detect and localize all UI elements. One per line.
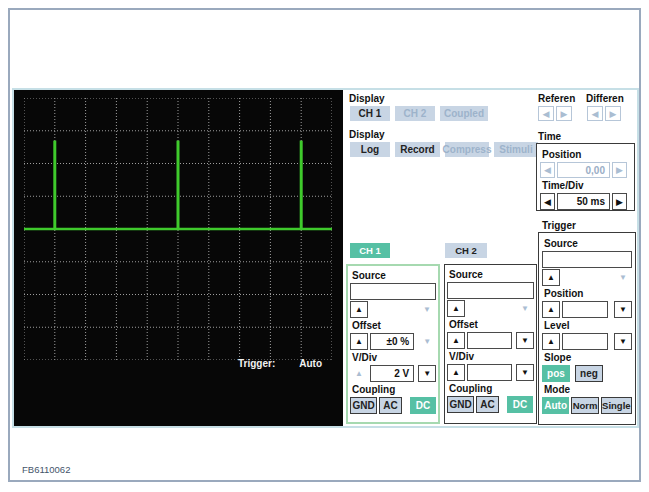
ch1-offset-label: Offset (352, 320, 436, 331)
display-coupled-button[interactable]: Coupled (440, 106, 488, 121)
trigger-level-field[interactable] (562, 333, 608, 350)
trigger-box: Source ▲ ▼ Position ▲ ▼ Level ▲ ▼ (538, 232, 636, 425)
ch2-offset-row: ▲ ▼ (447, 332, 534, 349)
up-arrow-icon: ▲ (355, 369, 363, 378)
trigger-status-value: Auto (299, 358, 322, 369)
trigger-position-label: Position (544, 288, 632, 299)
ch1-vdiv-up-button[interactable]: ▲ (350, 365, 368, 382)
ch2-offset-up-button[interactable]: ▲ (447, 332, 465, 349)
compress-button[interactable]: Compress (445, 142, 489, 157)
ch1-coupling-gnd-button[interactable]: GND (350, 397, 377, 414)
record-button[interactable]: Record (395, 142, 440, 157)
difference-arrows: ◀ ▶ (587, 106, 621, 121)
left-arrow-icon: ◀ (544, 165, 551, 175)
right-arrow-icon: ▶ (616, 197, 623, 207)
ch2-coupling-ac-button[interactable]: AC (476, 396, 499, 413)
log-button[interactable]: Log (350, 142, 390, 157)
stimuli-button[interactable]: Stimuli (494, 142, 538, 157)
time-div-increment-button[interactable]: ▶ (612, 193, 627, 210)
time-box: Position ◀ 0,00 ▶ Time/Div ◀ 50 ms ▶ (536, 143, 635, 211)
difference-prev-button[interactable]: ◀ (587, 106, 603, 121)
ch1-vdiv-row: ▲ 2 V ▼ (350, 365, 436, 382)
oscilloscope-panel: Trigger: Auto Display CH 1 CH 2 Coupled … (12, 88, 639, 428)
ch1-source-arrows: ▲ ▼ (350, 301, 436, 318)
ch1-offset-down-button[interactable]: ▼ (418, 333, 436, 350)
down-arrow-icon: ▼ (521, 304, 529, 313)
display-ch1-button[interactable]: CH 1 (350, 106, 390, 121)
mode-auto-button[interactable]: Auto (542, 397, 569, 414)
ch2-coupling-dc-button[interactable]: DC (507, 396, 533, 413)
ch1-offset-field[interactable]: ±0 % (370, 333, 414, 350)
trigger-level-up-button[interactable]: ▲ (542, 333, 560, 350)
up-arrow-icon: ▲ (452, 304, 460, 313)
ch1-tab[interactable]: CH 1 (350, 243, 390, 258)
figure-label: FB6110062 (22, 464, 70, 475)
time-div-row: ◀ 50 ms ▶ (540, 193, 631, 210)
down-arrow-icon: ▼ (423, 305, 431, 314)
trigger-status-label: Trigger: (238, 358, 275, 369)
reference-label: Referen (538, 93, 575, 104)
down-arrow-icon: ▼ (619, 305, 627, 314)
ch2-coupling-label: Coupling (449, 383, 534, 394)
trigger-position-field[interactable] (562, 301, 608, 318)
display-mode-group-label: Display (349, 129, 385, 140)
ch1-source-up-button[interactable]: ▲ (350, 301, 368, 318)
trigger-position-up-button[interactable]: ▲ (542, 301, 560, 318)
time-div-value-field[interactable]: 50 ms (557, 193, 610, 210)
trigger-source-arrows: ▲ ▼ (542, 269, 632, 286)
ch1-vdiv-field[interactable]: 2 V (370, 365, 414, 382)
reference-arrows: ◀ ▶ (538, 106, 572, 121)
mode-norm-button[interactable]: Norm (571, 397, 598, 414)
ch2-vdiv-down-button[interactable]: ▼ (516, 364, 534, 381)
time-div-decrement-button[interactable]: ◀ (540, 193, 555, 210)
time-position-increment-button[interactable]: ▶ (612, 162, 627, 178)
time-position-value-field[interactable]: 0,00 (557, 162, 610, 178)
mode-single-button[interactable]: Single (601, 397, 632, 414)
ch2-tab[interactable]: CH 2 (445, 243, 487, 258)
ch2-source-field[interactable] (447, 282, 534, 299)
trigger-source-field[interactable] (542, 251, 632, 268)
difference-next-button[interactable]: ▶ (605, 106, 621, 121)
reference-prev-button[interactable]: ◀ (538, 106, 554, 121)
ch2-coupling-gnd-button[interactable]: GND (447, 396, 474, 413)
display-channel-group-label: Display (349, 93, 385, 104)
ch2-vdiv-field[interactable] (467, 364, 512, 381)
ch2-offset-down-button[interactable]: ▼ (516, 332, 534, 349)
trigger-level-row: ▲ ▼ (542, 333, 632, 350)
trigger-mode-label: Mode (544, 384, 632, 395)
scope-display: Trigger: Auto (14, 90, 343, 426)
trigger-source-down-button[interactable]: ▼ (614, 269, 632, 286)
up-arrow-icon: ▲ (547, 337, 555, 346)
time-div-label: Time/Div (542, 180, 631, 191)
ch1-source-down-button[interactable]: ▼ (418, 301, 436, 318)
up-arrow-icon: ▲ (355, 337, 363, 346)
trigger-level-label: Level (544, 320, 632, 331)
trigger-slope-label: Slope (544, 352, 632, 363)
ch2-vdiv-up-button[interactable]: ▲ (447, 364, 465, 381)
ch1-coupling-row: GND AC DC (350, 397, 436, 414)
ch1-vdiv-down-button[interactable]: ▼ (418, 365, 436, 382)
ch2-source-down-button[interactable]: ▼ (516, 300, 534, 317)
ch1-coupling-dc-button[interactable]: DC (410, 397, 436, 414)
trigger-position-down-button[interactable]: ▼ (614, 301, 632, 318)
reference-next-button[interactable]: ▶ (556, 106, 572, 121)
ch1-coupling-ac-button[interactable]: AC (379, 397, 402, 414)
slope-pos-button[interactable]: pos (542, 365, 570, 382)
slope-neg-button[interactable]: neg (575, 365, 603, 382)
trigger-level-down-button[interactable]: ▼ (614, 333, 632, 350)
trigger-source-up-button[interactable]: ▲ (542, 269, 560, 286)
ch1-offset-up-button[interactable]: ▲ (350, 333, 368, 350)
difference-label: Differen (586, 93, 624, 104)
ch1-source-field[interactable] (350, 283, 436, 300)
ch2-offset-field[interactable] (467, 332, 512, 349)
ch1-source-label: Source (352, 270, 436, 281)
left-arrow-icon: ◀ (544, 197, 551, 207)
ch2-coupling-row: GND AC DC (447, 396, 534, 413)
time-position-decrement-button[interactable]: ◀ (540, 162, 555, 178)
ch2-source-up-button[interactable]: ▲ (447, 300, 465, 317)
trigger-position-row: ▲ ▼ (542, 301, 632, 318)
trigger-source-label: Source (544, 238, 632, 249)
trigger-slope-row: pos neg (542, 365, 632, 382)
down-arrow-icon: ▼ (521, 336, 529, 345)
display-ch2-button[interactable]: CH 2 (395, 106, 435, 121)
